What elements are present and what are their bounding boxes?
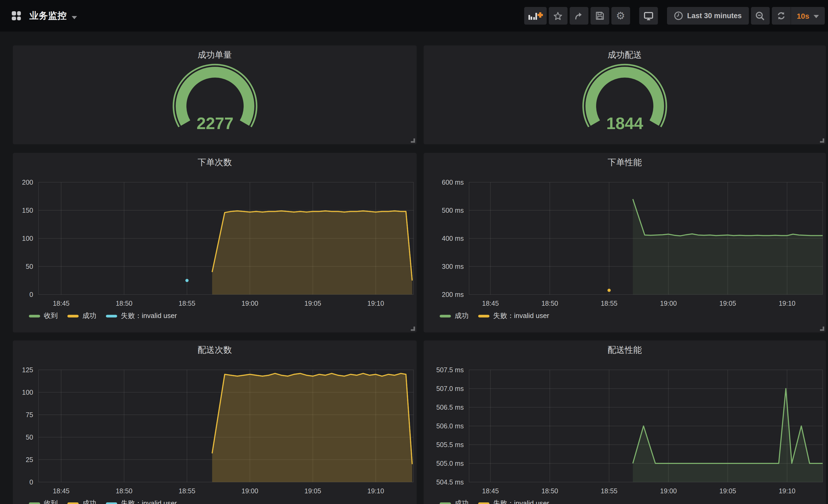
- caret-down-icon: [814, 15, 819, 18]
- x-tick-label: 19:00: [242, 487, 258, 495]
- legend-item[interactable]: 成功: [68, 499, 96, 504]
- legend-item[interactable]: 收到: [29, 311, 58, 321]
- refresh-icon: [776, 11, 785, 20]
- x-tick-label: 19:00: [660, 300, 677, 307]
- y-tick-label: 200: [22, 179, 33, 186]
- x-tick-label: 19:10: [779, 300, 796, 307]
- legend-item[interactable]: 失败：invalid user: [106, 311, 177, 321]
- x-tick-label: 19:05: [304, 487, 321, 495]
- chart-legend: 收到成功失败：invalid user: [29, 499, 411, 504]
- panel-orders-count: 下单次数 05010015020018:4518:5018:5519:0019:…: [13, 153, 417, 332]
- x-tick-label: 18:50: [116, 300, 133, 307]
- legend-label: 成功: [455, 311, 468, 321]
- legend-swatch: [106, 502, 117, 504]
- time-series-chart: 05010015020018:4518:5018:5519:0019:0519:…: [13, 153, 417, 332]
- tv-monitor-icon: [643, 11, 653, 20]
- refresh-interval-dropdown[interactable]: 10s: [791, 11, 825, 20]
- tv-mode-button[interactable]: [639, 7, 658, 25]
- legend-item[interactable]: 成功: [68, 311, 96, 321]
- chart-svg: 200 ms300 ms400 ms500 ms600 ms18:4518:50…: [424, 153, 826, 332]
- time-range-button[interactable]: Last 30 minutes: [667, 7, 749, 25]
- x-tick-label: 18:45: [53, 487, 70, 495]
- resize-handle[interactable]: [411, 138, 415, 143]
- legend-swatch: [29, 502, 40, 504]
- x-tick-label: 18:55: [179, 300, 196, 307]
- legend-swatch: [106, 315, 117, 317]
- resize-handle[interactable]: [820, 138, 824, 143]
- legend-item[interactable]: 失败：invalid user: [106, 499, 177, 504]
- zoom-out-button[interactable]: [751, 7, 770, 25]
- legend-item[interactable]: 成功: [440, 499, 468, 504]
- save-button[interactable]: [590, 7, 609, 25]
- series-area: [212, 373, 412, 482]
- save-icon: [595, 11, 604, 20]
- x-tick-label: 19:05: [304, 300, 321, 307]
- star-button[interactable]: [548, 7, 567, 25]
- panel-title[interactable]: 成功配送: [424, 50, 826, 61]
- time-series-chart: 504.5 ms505.0 ms505.5 ms506.0 ms506.5 ms…: [424, 340, 826, 504]
- y-tick-label: 500 ms: [442, 207, 464, 214]
- legend-item[interactable]: 收到: [29, 499, 58, 504]
- x-tick-label: 19:00: [660, 487, 677, 495]
- add-panel-icon: [528, 12, 538, 19]
- chart-svg: 025507510012518:4518:5018:5519:0019:0519…: [13, 340, 417, 504]
- x-tick-label: 19:10: [368, 487, 384, 495]
- x-tick-label: 18:45: [53, 300, 70, 307]
- y-tick-label: 125: [22, 366, 33, 374]
- share-button[interactable]: [569, 7, 588, 25]
- legend-label: 失败：invalid user: [493, 311, 549, 321]
- dashboard-caret-down-icon[interactable]: [72, 16, 77, 19]
- series-point: [607, 289, 611, 292]
- y-tick-label: 50: [26, 263, 33, 270]
- panel-delivery-perf: 配送性能 504.5 ms505.0 ms505.5 ms506.0 ms506…: [424, 340, 826, 504]
- x-tick-label: 19:05: [719, 300, 736, 307]
- legend-swatch: [440, 315, 451, 317]
- add-panel-button[interactable]: [524, 7, 546, 25]
- y-tick-label: 505.0 ms: [436, 460, 464, 467]
- x-tick-label: 18:50: [541, 487, 558, 495]
- apps-grid-icon[interactable]: [12, 11, 21, 20]
- legend-label: 收到: [44, 499, 58, 504]
- legend-swatch: [68, 315, 79, 317]
- legend-item[interactable]: 失败：invalid user: [478, 311, 549, 321]
- x-tick-label: 19:10: [368, 300, 384, 307]
- legend-item[interactable]: 失败：invalid user: [478, 499, 549, 504]
- gauge-value: 2277: [196, 114, 233, 133]
- y-tick-label: 400 ms: [442, 235, 464, 242]
- navbar: 业务监控 ⚙: [0, 0, 828, 32]
- star-icon: [553, 11, 563, 20]
- refresh-button[interactable]: [772, 7, 790, 25]
- settings-button[interactable]: ⚙: [611, 7, 630, 25]
- y-tick-label: 25: [26, 456, 33, 463]
- legend-label: 成功: [455, 499, 468, 504]
- zoom-out-icon: [755, 11, 765, 20]
- chart-legend: 成功失败：invalid user: [440, 311, 821, 321]
- chart-legend: 成功失败：invalid user: [440, 499, 821, 504]
- y-tick-label: 75: [26, 411, 33, 418]
- legend-item[interactable]: 成功: [440, 311, 468, 321]
- y-tick-label: 300 ms: [442, 263, 464, 270]
- legend-label: 失败：invalid user: [121, 499, 177, 504]
- x-tick-label: 19:00: [242, 300, 258, 307]
- refresh-button-group: 10s: [772, 7, 825, 25]
- panel-title[interactable]: 成功单量: [13, 50, 417, 61]
- legend-swatch: [478, 502, 489, 504]
- x-tick-label: 18:55: [601, 487, 618, 495]
- legend-label: 收到: [44, 311, 58, 321]
- x-tick-label: 18:50: [116, 487, 133, 495]
- panel-success-delivery: 成功配送 1844: [424, 45, 826, 144]
- dashboard-title[interactable]: 业务监控: [30, 10, 67, 22]
- y-tick-label: 100: [22, 388, 33, 396]
- y-tick-label: 507.0 ms: [436, 385, 464, 392]
- chart-svg: 504.5 ms505.0 ms505.5 ms506.0 ms506.5 ms…: [424, 340, 826, 504]
- resize-handle[interactable]: [820, 327, 824, 331]
- x-tick-label: 19:05: [719, 487, 736, 495]
- legend-label: 成功: [82, 499, 96, 504]
- legend-label: 成功: [82, 311, 96, 321]
- y-tick-label: 504.5 ms: [436, 478, 464, 486]
- y-tick-label: 600 ms: [442, 179, 464, 186]
- time-series-chart: 200 ms300 ms400 ms500 ms600 ms18:4518:50…: [424, 153, 826, 332]
- y-tick-label: 0: [30, 478, 33, 486]
- resize-handle[interactable]: [411, 327, 415, 331]
- panel-orders-perf: 下单性能 200 ms300 ms400 ms500 ms600 ms18:45…: [424, 153, 826, 332]
